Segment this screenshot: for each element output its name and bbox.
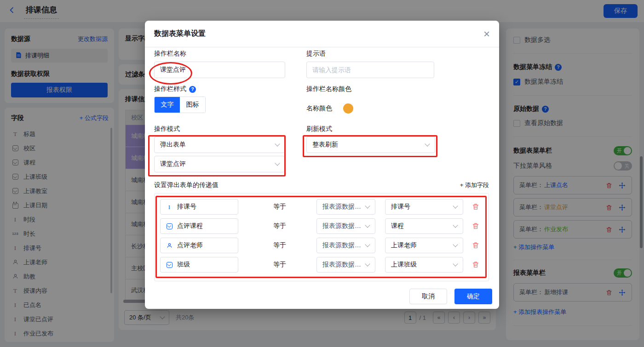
add-field-link[interactable]: + 添加字段 bbox=[460, 181, 489, 189]
select-field-icon bbox=[165, 262, 173, 268]
chevron-down-icon bbox=[365, 242, 370, 247]
operator-label: 等于 bbox=[273, 241, 286, 250]
chevron-down-icon bbox=[453, 261, 458, 266]
tip-input[interactable] bbox=[306, 62, 434, 78]
param-field-select[interactable]: 排课号 bbox=[385, 199, 463, 215]
person-icon bbox=[165, 243, 173, 249]
tab-icon-style[interactable]: 图标 bbox=[180, 97, 205, 113]
param-name-input[interactable]: 点评老师 bbox=[160, 238, 238, 253]
param-field-select[interactable]: 课程 bbox=[385, 218, 463, 234]
param-field-select[interactable]: 上课老师 bbox=[385, 238, 463, 253]
pass-values-label: 设置弹出表单的传递值 bbox=[154, 181, 218, 189]
name-color-label: 名称颜色 bbox=[306, 104, 332, 113]
table-menu-settings-dialog: 数据表菜单设置 × 操作栏名称 提示语 操作栏样式 ? 文字 图标 操作栏名称颜… bbox=[145, 21, 499, 309]
help-icon[interactable]: ? bbox=[189, 86, 196, 93]
action-style-label: 操作栏样式 bbox=[154, 85, 186, 93]
chevron-down-icon bbox=[453, 203, 458, 208]
operator-label: 等于 bbox=[273, 261, 286, 269]
action-mode-label: 操作模式 bbox=[154, 125, 180, 133]
action-mode-select[interactable]: 弹出表单 bbox=[154, 137, 285, 153]
param-name-input[interactable]: 班级 bbox=[160, 257, 238, 273]
trash-icon[interactable] bbox=[472, 203, 479, 211]
refresh-mode-label: 刷新模式 bbox=[306, 125, 332, 133]
dialog-title: 数据表菜单设置 bbox=[154, 29, 206, 39]
chevron-down-icon bbox=[453, 242, 458, 247]
refresh-mode-select[interactable]: 整表刷新 bbox=[306, 137, 435, 153]
name-color-section-label: 操作栏名称颜色 bbox=[306, 85, 351, 93]
param-source-select[interactable]: 报表源数据字... bbox=[316, 218, 375, 234]
param-source-select[interactable]: 报表源数据字... bbox=[316, 199, 375, 215]
text-field-icon: I bbox=[165, 204, 173, 210]
param-name-input[interactable]: 点评课程 bbox=[160, 218, 238, 234]
param-source-select[interactable]: 报表源数据字... bbox=[316, 257, 375, 273]
trash-icon[interactable] bbox=[472, 222, 479, 230]
action-name-label: 操作栏名称 bbox=[154, 50, 186, 58]
pass-values-group: I 排课号 等于 报表源数据字... 排课号 点评课程 等于 报表源数据字...… bbox=[154, 193, 489, 281]
chevron-down-icon bbox=[275, 160, 280, 165]
param-name-input[interactable]: I 排课号 bbox=[160, 199, 238, 215]
param-field-select[interactable]: 上课班级 bbox=[385, 257, 463, 273]
tab-text-style[interactable]: 文字 bbox=[155, 97, 180, 113]
operator-label: 等于 bbox=[273, 203, 286, 211]
chevron-down-icon bbox=[453, 222, 458, 228]
chevron-down-icon bbox=[275, 141, 280, 146]
param-source-select[interactable]: 报表源数据字... bbox=[316, 238, 375, 253]
chevron-down-icon bbox=[425, 141, 430, 146]
style-tab-group: 文字 图标 bbox=[154, 97, 206, 113]
operator-label: 等于 bbox=[273, 222, 286, 230]
close-icon[interactable]: × bbox=[483, 28, 490, 40]
action-name-input[interactable] bbox=[154, 62, 285, 78]
trash-icon[interactable] bbox=[472, 241, 479, 250]
chevron-down-icon bbox=[365, 222, 370, 228]
trash-icon[interactable] bbox=[472, 261, 479, 269]
confirm-button[interactable]: 确定 bbox=[454, 289, 492, 304]
chevron-down-icon bbox=[365, 261, 370, 266]
cancel-button[interactable]: 取消 bbox=[409, 289, 447, 304]
tip-label: 提示语 bbox=[306, 50, 326, 58]
app-window: 排课信息 保存 数据源 更改数据源 排课明细 数据获取权限 报表权限 字段 + … bbox=[0, 0, 644, 347]
chevron-down-icon bbox=[365, 203, 370, 208]
popup-form-select[interactable]: 课堂点评 bbox=[154, 156, 285, 172]
color-swatch[interactable] bbox=[343, 103, 353, 114]
select-field-icon bbox=[165, 223, 173, 229]
